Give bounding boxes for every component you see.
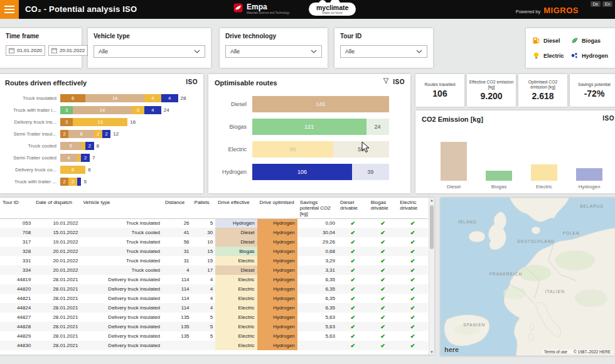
bar-segment[interactable]: 3 (60, 106, 73, 114)
bar-segment[interactable]: 2 (60, 178, 68, 186)
bar-segment[interactable]: 121 (252, 119, 366, 135)
table-cell: Delivery truck insulated (80, 275, 163, 284)
table-row[interactable]: 31719.01.2022Truck insulated5610DieselHy… (0, 237, 428, 247)
table-row[interactable]: 4482728.01.2021Delivery truck insulated1… (0, 313, 428, 322)
column-header[interactable]: Biogas drivable (368, 198, 397, 218)
table-row[interactable]: 4483028.01.2021Delivery truck insulatedE… (0, 341, 428, 350)
legend-item-diesel[interactable]: Diesel (532, 36, 570, 45)
iso-badge: ISO (186, 78, 198, 85)
bar-segment[interactable]: 6 (60, 94, 85, 102)
bar[interactable] (576, 168, 602, 181)
bar-segment[interactable]: 2 (102, 130, 110, 138)
table-row[interactable]: 4482428.01.2021Delivery truck insulated1… (0, 303, 428, 313)
bar-segment[interactable]: 2 (68, 178, 77, 186)
table-cell: Electric (215, 313, 257, 322)
table-row[interactable]: 05310.01.2022Truck insulated265HydrogenH… (0, 218, 428, 228)
table-row[interactable]: 4482928.01.2021Delivery truck insulated1… (0, 331, 428, 341)
scroll-up-arrow[interactable]: ▲ (429, 198, 434, 202)
category-label: Diesel (436, 184, 472, 190)
drivable-check-icon: ✔ (397, 275, 428, 284)
table-cell: Hydrogen (257, 284, 297, 294)
table-cell: 5 (192, 313, 216, 322)
empa-mark-icon (233, 3, 243, 14)
table-row[interactable]: 4481928.01.2021Delivery truck insulated1… (0, 275, 428, 284)
bar-segment[interactable]: 5 (60, 142, 82, 150)
bar-rest-segment[interactable]: 39 (352, 164, 389, 180)
bar-segment[interactable]: 4 (144, 106, 161, 114)
legend-item-hydrogen[interactable]: Hydrogen (570, 51, 609, 60)
table-cell: Delivery truck insulated (80, 284, 163, 294)
europe-map[interactable]: BELARUSIRLANDPOLENDEUTSCHLANDFRANKREICHI… (441, 198, 615, 356)
table-row[interactable]: 4482028.01.2021Delivery truck insulated1… (0, 284, 428, 294)
bar-segment[interactable]: 6 (68, 130, 94, 138)
vehicle-type-dropdown[interactable]: Alle (94, 45, 205, 58)
kpi-value: 9.200 (480, 91, 502, 101)
table-cell: 3,29 (297, 256, 338, 265)
column-header[interactable]: Savings potential CO2 [kg] (297, 198, 338, 218)
date-from-input[interactable]: 01.01.2020 (6, 45, 45, 56)
column-header[interactable]: Drive optimised (257, 198, 297, 218)
scrollbar-thumb[interactable] (430, 205, 434, 249)
drivable-check-icon: ✔ (338, 294, 368, 303)
column-header[interactable]: Drive effective (215, 198, 257, 218)
table-cell: Hydrogen (257, 275, 297, 284)
tour-id-dropdown[interactable]: Alle (340, 45, 427, 58)
table-row[interactable]: 32820.01.2022Truck insulated3115BiogasHy… (0, 247, 428, 256)
bar-segment[interactable]: 14 (73, 106, 132, 114)
table-row[interactable]: 4482128.01.2021Delivery truck insulated1… (0, 294, 428, 303)
bar[interactable] (486, 171, 512, 181)
lang-button-en[interactable]: En (602, 1, 612, 7)
table-cell: 4 (192, 284, 216, 294)
here-logo: here (444, 346, 459, 353)
bar-segment[interactable]: 2 (85, 142, 94, 150)
column-header[interactable]: Pallets (192, 198, 216, 218)
bar-segment[interactable]: 3 (60, 118, 73, 126)
column-header[interactable]: Vehicle type (80, 198, 163, 218)
bar-segment[interactable]: 86 (252, 141, 333, 158)
legend-item-biogas[interactable]: Biogas (570, 36, 609, 45)
terms-of-use-link[interactable]: Terms of use (544, 350, 567, 354)
column-header[interactable]: Date of dispatch (33, 198, 80, 218)
table-row[interactable]: 33420.01.2022Truck cooled417DieselHydrog… (0, 265, 428, 275)
app-menu-icon[interactable] (0, 0, 19, 19)
bar[interactable] (531, 164, 557, 181)
date-to-input[interactable]: 20.01.2022 (48, 45, 88, 56)
bar-segment[interactable]: 106 (252, 164, 352, 180)
table-cell: 44829 (0, 331, 33, 341)
bar-segment[interactable]: 2 (81, 154, 89, 162)
legend-item-electric[interactable]: Electric (532, 51, 570, 60)
table-cell: Hydrogen (257, 303, 297, 313)
bar-segment[interactable]: 6 (60, 166, 85, 174)
lang-button-de[interactable]: De (591, 1, 601, 7)
column-header[interactable]: Diesel drivable (338, 198, 368, 218)
column-header[interactable]: Tour ID (0, 198, 33, 218)
bar-segment[interactable]: 2 (94, 130, 102, 138)
bar-segment[interactable]: 13 (73, 118, 127, 126)
bar-segment[interactable]: 14 (85, 94, 144, 102)
drive-technology-dropdown[interactable]: Alle (225, 45, 322, 58)
bar-segment[interactable] (77, 178, 82, 186)
calendar-icon (9, 48, 14, 53)
category-label: Diesel (215, 101, 252, 107)
scroll-down-arrow[interactable]: ▼ (429, 350, 434, 354)
bar-segment[interactable]: 3 (132, 106, 144, 114)
map-country-label: FRANKREICH (489, 272, 522, 276)
drivable-check-icon: ✔ (397, 284, 428, 294)
table-scrollbar[interactable]: ▲ ▼ (429, 198, 434, 355)
filter-funnel-icon[interactable] (383, 78, 389, 84)
bar-segment[interactable]: 4 (161, 94, 178, 102)
bar-rest-segment[interactable]: 24 (366, 119, 389, 135)
bar[interactable] (441, 142, 467, 181)
top-bar: CO₂ - Potential analysis ISO Empa Materi… (0, 0, 615, 19)
bar-segment[interactable]: 4 (144, 94, 161, 102)
bar-segment[interactable] (82, 142, 86, 150)
table-row[interactable]: 70815.01.2022Truck cooled4130DieselHydro… (0, 228, 428, 237)
column-header[interactable]: Distance (163, 198, 191, 218)
bar-segment[interactable]: 2 (60, 130, 68, 138)
bar-segment[interactable]: 145 (252, 96, 389, 112)
table-row[interactable]: 33120.01.2022Truck insulated3115Electric… (0, 256, 428, 265)
table-row[interactable]: 4482828.01.2021Delivery truck insulated1… (0, 322, 428, 331)
column-header[interactable]: Electric drivable (397, 198, 428, 218)
bar-segment[interactable] (77, 154, 82, 162)
bar-segment[interactable]: 4 (60, 154, 77, 162)
